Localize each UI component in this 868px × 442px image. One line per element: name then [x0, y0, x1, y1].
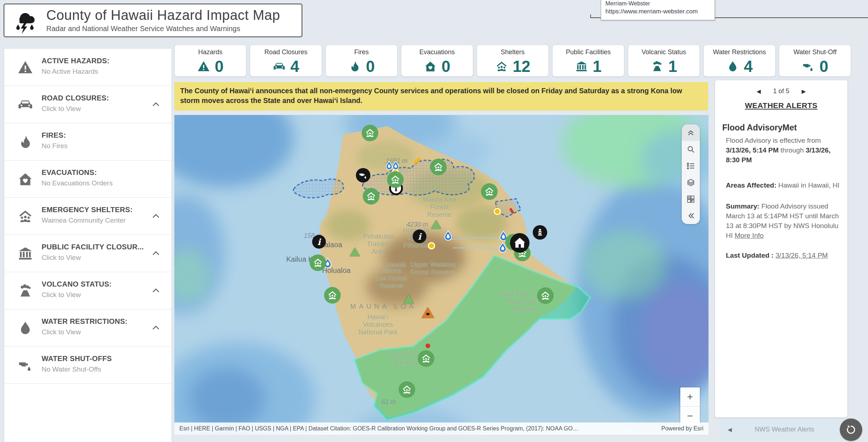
- chevron-up-icon[interactable]: [151, 211, 161, 221]
- chevron-up-icon[interactable]: [151, 100, 161, 109]
- hydrant-marker[interactable]: [533, 225, 547, 240]
- info-marker[interactable]: i: [413, 229, 426, 243]
- chevron-up-icon[interactable]: [151, 249, 161, 258]
- stat-card-label: Hazards: [175, 48, 246, 56]
- water-shutoff-marker[interactable]: [356, 168, 370, 183]
- stat-card-value: 4: [744, 57, 753, 76]
- sidebar-item[interactable]: FIRES: No Fires: [4, 123, 171, 160]
- shelter-marker[interactable]: [537, 287, 554, 304]
- sidebar-item[interactable]: VOLCANO STATUS: Click to View: [4, 272, 171, 309]
- stat-card-value-row: 0: [779, 57, 851, 76]
- sidebar-item-title: ACTIVE HAZARDS:: [42, 57, 171, 65]
- shelter-marker[interactable]: [362, 125, 378, 141]
- stat-card[interactable]: Evacuations 0: [401, 45, 473, 77]
- legend-icon[interactable]: [682, 158, 700, 174]
- chevron-up-icon[interactable]: [151, 286, 161, 295]
- stat-card[interactable]: Volcanic Status 1: [628, 45, 700, 77]
- stat-card-label: Road Closures: [250, 48, 322, 56]
- effective-start: 3/13/26, 5:14 PM: [726, 146, 779, 154]
- stat-card[interactable]: Water Restrictions 4: [703, 45, 775, 77]
- powered-by-esri[interactable]: Powered by Esri: [661, 425, 704, 432]
- stat-card-value: 0: [442, 57, 450, 76]
- sidebar-item[interactable]: EMERGENCY SHELTERS: Waimea Community Cen…: [4, 198, 171, 235]
- stat-card-value: 12: [513, 57, 531, 76]
- basemap-gallery-icon[interactable]: [682, 191, 700, 207]
- more-info-link[interactable]: More Info: [735, 232, 763, 239]
- yellow-point-marker[interactable]: [494, 208, 501, 215]
- shelter-marker[interactable]: [430, 159, 447, 175]
- house-closure-marker[interactable]: [510, 233, 529, 253]
- stat-card-label: Public Facilities: [553, 48, 624, 56]
- stat-card-value-row: 12: [477, 57, 548, 76]
- water-restriction-marker[interactable]: [443, 230, 454, 241]
- volcano-hazard-marker[interactable]: [422, 308, 434, 318]
- sidebar-item[interactable]: ACTIVE HAZARDS: No Active Hazards: [4, 49, 171, 86]
- next-alert-button[interactable]: ▶: [802, 88, 806, 95]
- collapse-left-icon[interactable]: [682, 207, 700, 224]
- refresh-button[interactable]: [840, 419, 862, 441]
- shelter-marker[interactable]: [387, 171, 404, 188]
- hazard-map[interactable]: 1691 m158 m4230 m61 mMauna Kea Forest Re…: [174, 115, 709, 435]
- stat-card[interactable]: Shelters 12: [477, 45, 549, 77]
- alert-last-updated: Last Updated : 3/13/26, 5:14 PM: [726, 251, 842, 261]
- stat-card-value: 4: [290, 57, 299, 76]
- flame-icon: [348, 60, 361, 73]
- hazard-sidebar: ACTIVE HAZARDS: No Active Hazards ROAD C…: [4, 49, 171, 442]
- faucet-icon: [802, 60, 815, 73]
- stat-card-value: 0: [215, 57, 224, 76]
- stat-card-value-row: 1: [628, 57, 699, 76]
- shelter-marker[interactable]: [310, 254, 326, 271]
- bank-icon: [575, 60, 588, 73]
- stat-cards-row: Hazards 0 Road Closures 4 Fires 0 Evacua…: [174, 45, 851, 77]
- yellow-point-marker[interactable]: [428, 242, 435, 249]
- hazard-impact-app: County of Hawaii Hazard Impact Map Radar…: [0, 0, 868, 442]
- shelter-icon: [17, 209, 33, 224]
- last-updated-link[interactable]: 3/13/26, 5:14 PM: [775, 252, 828, 259]
- sidebar-item[interactable]: WATER RESTRICTIONS: Click to View: [4, 309, 171, 347]
- info-marker[interactable]: i: [312, 235, 326, 249]
- flame-icon: [17, 134, 33, 150]
- stat-card-value: 1: [668, 57, 677, 76]
- stat-card[interactable]: Public Facilities 1: [552, 45, 624, 77]
- droplet-icon: [726, 60, 739, 73]
- layers-icon[interactable]: [682, 174, 700, 191]
- stat-card[interactable]: Fires 0: [326, 45, 397, 77]
- shelter-marker[interactable]: [399, 381, 415, 398]
- stat-card-label: Water Restrictions: [704, 48, 775, 56]
- attribution-text: Esri | HERE | Garmin | FAO | USGS | NGA …: [179, 425, 653, 432]
- app-header: County of Hawaii Hazard Impact Map Radar…: [4, 4, 302, 37]
- tooltip-edge-tick: [590, 14, 591, 18]
- red-point-marker[interactable]: [426, 344, 430, 348]
- areas-value: Hawaii in Hawaii, HI: [776, 181, 839, 189]
- shelter-marker[interactable]: [418, 350, 434, 367]
- stat-card[interactable]: Hazards 0: [174, 45, 246, 77]
- sidebar-item-subtitle: No Water Shut-Offs: [42, 365, 171, 373]
- shelter-marker[interactable]: [481, 183, 498, 200]
- collapse-left-arrow-icon[interactable]: ◀: [728, 426, 732, 433]
- car-icon: [273, 60, 286, 73]
- chevron-up-icon[interactable]: [151, 323, 161, 332]
- stat-card-label: Fires: [326, 48, 397, 56]
- sidebar-item[interactable]: ROAD CLOSURES: Click to View: [4, 86, 171, 123]
- shelter-marker[interactable]: [363, 188, 379, 205]
- prev-alert-button[interactable]: ◀: [757, 88, 761, 95]
- search-icon[interactable]: [682, 141, 700, 158]
- nws-weather-alerts-bar[interactable]: ◀ NWS Weather Alerts: [720, 419, 848, 440]
- tooltip-title: Merriam-Webster: [605, 0, 710, 7]
- shelter-marker[interactable]: [324, 287, 341, 304]
- stat-card-value-row: 4: [250, 57, 322, 76]
- sidebar-item-title: EVACUATIONS:: [42, 168, 171, 177]
- warning-icon: [17, 60, 33, 76]
- sidebar-item[interactable]: WATER SHUT-OFFS No Water Shut-Offs: [4, 347, 171, 384]
- volcano-icon: [651, 60, 664, 73]
- stat-card-value: 0: [820, 57, 828, 76]
- stat-card[interactable]: Water Shut-Off 0: [779, 45, 851, 77]
- map-zoom-control: + −: [680, 387, 700, 425]
- water-restriction-marker[interactable]: [387, 161, 400, 170]
- collapse-up-icon[interactable]: [682, 124, 700, 141]
- stat-card[interactable]: Road Closures 4: [250, 45, 322, 77]
- sidebar-item[interactable]: EVACUATIONS: No Evacuations Orders: [4, 160, 171, 198]
- zoom-in-button[interactable]: +: [680, 387, 700, 406]
- sidebar-item[interactable]: PUBLIC FACILITY CLOSUR... Click to View: [4, 235, 171, 272]
- stat-card-value: 0: [366, 57, 375, 76]
